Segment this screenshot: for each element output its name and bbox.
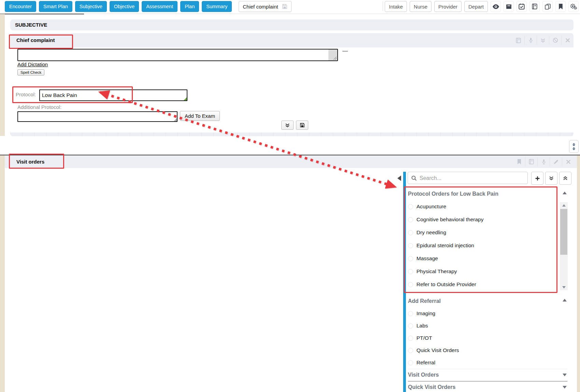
tab-label: Smart Plan	[43, 4, 68, 9]
provider-button[interactable]: Provider	[434, 1, 462, 12]
dictate-button[interactable]	[524, 36, 537, 45]
section-header-visit-orders[interactable]: Visit Orders	[408, 369, 567, 381]
tab-label: Assessment	[146, 4, 173, 9]
nurse-button[interactable]: Nurse	[410, 1, 432, 12]
chief-complaint-footer-bar	[10, 132, 574, 136]
order-item-massage[interactable]: Massage	[408, 252, 557, 265]
order-item-physical-therapy[interactable]: Physical Therapy	[408, 265, 557, 278]
collapse-sidebar-arrow-icon[interactable]	[397, 176, 401, 181]
chart-book-button[interactable]	[529, 1, 540, 12]
settings-button[interactable]	[568, 1, 579, 12]
protocol-input[interactable]	[40, 90, 187, 100]
tab-encounter[interactable]: Encounter	[5, 1, 36, 12]
tab-smart-plan[interactable]: Smart Plan	[39, 1, 72, 12]
order-item-refer-outside[interactable]: Refer to Outside Provider	[408, 278, 557, 291]
protocol-list-scrollbar[interactable]	[560, 202, 568, 290]
order-item-dry-needling[interactable]: Dry needling	[408, 226, 557, 239]
order-item-label: PT/OT	[416, 335, 432, 341]
disable-panel-button[interactable]	[549, 36, 561, 45]
close-icon	[565, 38, 570, 43]
order-item-pt-ot[interactable]: PT/OT	[408, 332, 567, 345]
order-item-labs[interactable]: Labs	[408, 320, 567, 332]
order-item-referral[interactable]: Referral	[408, 356, 567, 369]
tab-label: Encounter	[9, 4, 32, 9]
add-to-exam-button[interactable]: Add To Exam	[180, 111, 220, 121]
resize-grip-icon[interactable]	[333, 56, 337, 60]
depart-button[interactable]: Depart	[464, 1, 488, 12]
ban-icon	[553, 38, 558, 43]
panel-collapse-button[interactable]	[281, 121, 294, 130]
bookmark-button[interactable]	[513, 157, 525, 166]
order-item-cbt[interactable]: Cognitive behavioral therapy	[408, 213, 557, 226]
chief-complaint-textarea[interactable]	[18, 50, 328, 60]
panel-save-button[interactable]	[296, 121, 308, 130]
spell-check-button[interactable]: Spell Check	[17, 69, 44, 75]
collapse-panel-button[interactable]	[537, 36, 549, 45]
tab-summary[interactable]: Summary	[202, 1, 232, 12]
book-button[interactable]	[512, 36, 524, 45]
expand-all-button[interactable]	[545, 172, 557, 185]
dictate-button[interactable]	[537, 157, 550, 166]
book-button[interactable]	[525, 157, 537, 166]
copy-button[interactable]	[542, 1, 553, 12]
microphone-icon	[528, 38, 534, 43]
button-label: Provider	[438, 4, 457, 10]
additional-protocol-resize-grip[interactable]	[174, 118, 177, 121]
order-circle-icon	[408, 243, 413, 248]
order-search-input[interactable]	[419, 172, 526, 184]
tab-plan[interactable]: Plan	[180, 1, 199, 12]
bookmark-button[interactable]	[555, 1, 566, 12]
scroll-down-button[interactable]	[560, 284, 568, 290]
order-item-imaging[interactable]: Imaging	[408, 307, 567, 320]
nav-tab-group: Encounter Smart Plan Subjective Objectiv…	[5, 1, 292, 12]
scrollbar-thumb[interactable]	[560, 209, 567, 255]
additional-protocol-input[interactable]	[18, 112, 177, 121]
order-circle-icon	[408, 311, 413, 316]
microphone-icon	[541, 159, 547, 165]
order-item-acupuncture[interactable]: Acupuncture	[408, 200, 557, 213]
order-circle-icon	[408, 230, 413, 235]
add-order-button[interactable]	[531, 172, 543, 185]
button-label: Nurse	[414, 4, 427, 10]
protocol-resize-grip[interactable]	[184, 97, 187, 100]
panel-splitter-handle[interactable]	[569, 140, 579, 153]
section-header-protocol-orders[interactable]: Protocol Orders for Low Back Pain	[408, 187, 557, 200]
tab-subjective[interactable]: Subjective	[75, 1, 107, 12]
expand-section-arrow-icon[interactable]	[563, 386, 567, 389]
textarea-scroll-strip[interactable]	[328, 50, 337, 60]
order-item-quick-visit-orders[interactable]: Quick Visit Orders	[408, 344, 567, 357]
eye-icon	[492, 4, 499, 9]
close-panel-button[interactable]	[561, 36, 574, 45]
tab-chief-complaint-active[interactable]: Chief complaint	[239, 1, 291, 12]
edit-button[interactable]	[550, 157, 562, 166]
settings-gears-icon	[570, 3, 577, 10]
section-header-add-referral[interactable]: Add Referral	[408, 295, 567, 308]
order-item-label: Imaging	[416, 310, 435, 317]
right-margin-strip-lower	[577, 155, 580, 392]
collapse-section-arrow-icon[interactable]	[563, 192, 567, 194]
close-panel-button[interactable]	[562, 157, 574, 166]
toolbar-right-group: Intake Nurse Provider Depart	[385, 1, 579, 12]
add-dictation-link[interactable]: Add Dictation	[17, 61, 48, 67]
archive-button[interactable]	[504, 1, 514, 12]
ehr-encounter-page: Encounter Smart Plan Subjective Objectiv…	[0, 0, 580, 392]
expand-section-arrow-icon[interactable]	[563, 374, 567, 376]
tab-assessment[interactable]: Assessment	[142, 1, 178, 12]
preview-button[interactable]	[491, 1, 501, 12]
chevron-double-up-icon	[563, 176, 568, 181]
additional-protocol-input-wrap	[17, 111, 178, 122]
order-item-epidural[interactable]: Epidural steroid injection	[408, 239, 557, 252]
chief-complaint-header-icons	[512, 33, 574, 47]
order-item-label: Physical Therapy	[416, 268, 457, 275]
order-circle-icon	[408, 336, 413, 341]
scroll-up-button[interactable]	[560, 202, 568, 208]
toolbar-edge-line	[0, 14, 84, 14]
collapse-section-arrow-icon[interactable]	[563, 299, 567, 302]
collapse-all-button[interactable]	[559, 172, 571, 185]
section-header-quick-visit-orders[interactable]: Quick Visit Orders	[408, 381, 567, 392]
schedule-button[interactable]	[517, 1, 527, 12]
chevron-double-down-icon	[285, 123, 290, 128]
intake-button[interactable]: Intake	[385, 1, 407, 12]
plus-icon	[535, 176, 540, 181]
tab-objective[interactable]: Objective	[110, 1, 139, 12]
